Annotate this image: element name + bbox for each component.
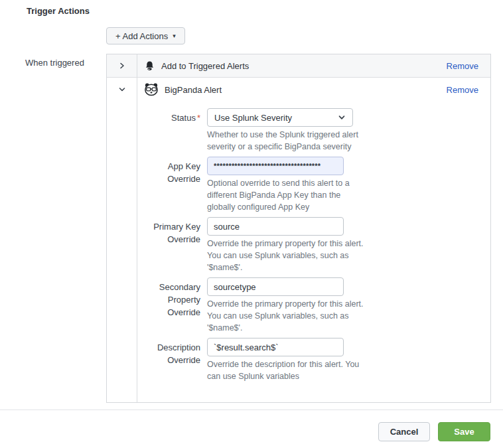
status-select-value: Use Splunk Severity (214, 113, 292, 123)
action-row-bigpanda: BigPanda Alert Remove (107, 78, 490, 102)
field-help-text: Optional override to send this alert to … (207, 177, 368, 213)
field-label: Description Override (137, 338, 200, 382)
app-key-override-input[interactable] (207, 157, 344, 175)
gutter-column (107, 102, 137, 402)
action-row-triggered-alerts: Add to Triggered Alerts Remove (107, 54, 490, 78)
when-triggered-label: When triggered (25, 58, 84, 68)
select-chevron-down-icon (338, 113, 346, 121)
chevron-down-icon (118, 86, 126, 94)
field-primary-key-override: Primary Key Override Override the primar… (137, 217, 490, 273)
page-title: Trigger Actions (27, 6, 90, 16)
action-title: BigPanda Alert (165, 85, 222, 95)
field-help-text: Override the primary property for this a… (207, 298, 368, 334)
remove-action-link[interactable]: Remove (447, 85, 478, 95)
add-actions-button[interactable]: + Add Actions ▾ (106, 27, 185, 44)
caret-down-icon: ▾ (173, 33, 176, 39)
description-override-input[interactable] (207, 338, 344, 356)
trigger-actions-list: Add to Triggered Alerts Remove BigPanda … (106, 54, 491, 403)
bigpanda-form-panel: Status* Use Splunk Severity Whether to u… (107, 102, 490, 402)
field-label: App Key Override (137, 157, 200, 213)
expand-toggle-triggered-alerts[interactable] (107, 54, 137, 77)
save-button[interactable]: Save (438, 422, 490, 441)
remove-action-link[interactable]: Remove (447, 61, 478, 71)
field-help-text: Override the description for this alert.… (207, 358, 368, 382)
cancel-button[interactable]: Cancel (378, 422, 430, 441)
chevron-right-icon (118, 62, 126, 70)
expand-toggle-bigpanda[interactable] (107, 78, 137, 102)
primary-key-override-input[interactable] (207, 217, 344, 236)
footer-divider (0, 410, 503, 410)
field-help-text: Override the primary property for this a… (207, 238, 368, 273)
field-status: Status* Use Splunk Severity Whether to u… (137, 108, 490, 153)
field-help-text: Whether to use the Splunk triggered aler… (207, 129, 368, 153)
required-marker: * (197, 113, 200, 123)
action-title: Add to Triggered Alerts (161, 61, 249, 71)
secondary-property-override-input[interactable] (207, 277, 344, 296)
field-secondary-property-override: Secondary Property Override Override the… (137, 277, 490, 334)
status-select[interactable]: Use Splunk Severity (207, 108, 353, 127)
add-actions-label: + Add Actions (115, 31, 168, 41)
field-label: Status* (137, 108, 200, 153)
field-app-key-override: App Key Override Optional override to se… (137, 157, 490, 213)
field-label: Primary Key Override (137, 217, 200, 273)
field-label: Secondary Property Override (137, 277, 200, 334)
field-description-override: Description Override Override the descri… (137, 338, 490, 382)
panda-icon (144, 83, 159, 96)
bell-icon (144, 60, 155, 72)
